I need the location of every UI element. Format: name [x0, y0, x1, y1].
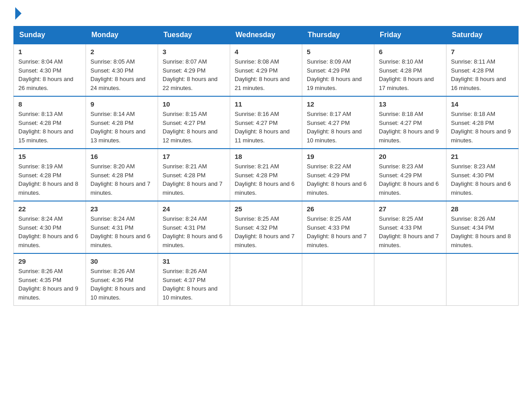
calendar-day-cell: 29Sunrise: 8:26 AMSunset: 4:35 PMDayligh… [14, 253, 86, 306]
day-info: Sunrise: 8:11 AMSunset: 4:28 PMDaylight:… [451, 57, 514, 92]
day-number: 18 [235, 153, 297, 160]
day-info: Sunrise: 8:25 AMSunset: 4:32 PMDaylight:… [235, 214, 297, 249]
day-number: 14 [451, 100, 514, 108]
calendar-day-cell: 6Sunrise: 8:10 AMSunset: 4:28 PMDaylight… [374, 44, 446, 96]
calendar-day-cell: 11Sunrise: 8:16 AMSunset: 4:27 PMDayligh… [230, 96, 302, 149]
day-info: Sunrise: 8:21 AMSunset: 4:28 PMDaylight:… [163, 162, 225, 197]
day-info: Sunrise: 8:08 AMSunset: 4:29 PMDaylight:… [235, 57, 297, 92]
weekday-header-friday: Friday [374, 26, 446, 44]
calendar-day-cell: 25Sunrise: 8:25 AMSunset: 4:32 PMDayligh… [230, 201, 302, 253]
day-info: Sunrise: 8:21 AMSunset: 4:28 PMDaylight:… [235, 162, 297, 197]
day-number: 28 [451, 205, 514, 213]
day-number: 27 [379, 205, 442, 213]
weekday-header-thursday: Thursday [302, 26, 374, 44]
weekday-header-saturday: Saturday [446, 26, 519, 44]
day-number: 17 [163, 153, 225, 160]
day-info: Sunrise: 8:07 AMSunset: 4:29 PMDaylight:… [163, 57, 225, 92]
day-number: 26 [307, 205, 369, 213]
calendar-day-cell: 14Sunrise: 8:18 AMSunset: 4:28 PMDayligh… [446, 96, 519, 149]
day-number: 23 [90, 205, 153, 213]
day-number: 20 [379, 153, 442, 160]
day-number: 15 [18, 153, 81, 160]
calendar-day-cell: 10Sunrise: 8:15 AMSunset: 4:27 PMDayligh… [158, 96, 230, 149]
calendar-day-cell: 5Sunrise: 8:09 AMSunset: 4:29 PMDaylight… [302, 44, 374, 96]
day-info: Sunrise: 8:18 AMSunset: 4:28 PMDaylight:… [451, 110, 514, 145]
day-info: Sunrise: 8:04 AMSunset: 4:30 PMDaylight:… [18, 57, 81, 92]
day-info: Sunrise: 8:24 AMSunset: 4:30 PMDaylight:… [18, 214, 81, 249]
empty-cell [230, 253, 302, 306]
day-info: Sunrise: 8:15 AMSunset: 4:27 PMDaylight:… [163, 110, 225, 145]
day-number: 4 [235, 48, 297, 56]
calendar-day-cell: 23Sunrise: 8:24 AMSunset: 4:31 PMDayligh… [86, 201, 158, 253]
day-info: Sunrise: 8:26 AMSunset: 4:37 PMDaylight:… [163, 267, 225, 302]
calendar-day-cell: 30Sunrise: 8:26 AMSunset: 4:36 PMDayligh… [86, 253, 158, 306]
empty-cell [302, 253, 374, 306]
day-info: Sunrise: 8:23 AMSunset: 4:29 PMDaylight:… [379, 162, 442, 197]
calendar-day-cell: 20Sunrise: 8:23 AMSunset: 4:29 PMDayligh… [374, 149, 446, 201]
day-info: Sunrise: 8:14 AMSunset: 4:28 PMDaylight:… [90, 110, 153, 145]
weekday-header-sunday: Sunday [14, 26, 86, 44]
day-number: 7 [451, 48, 514, 56]
day-number: 21 [451, 153, 514, 160]
calendar-day-cell: 4Sunrise: 8:08 AMSunset: 4:29 PMDaylight… [230, 44, 302, 96]
day-info: Sunrise: 8:25 AMSunset: 4:33 PMDaylight:… [379, 214, 442, 249]
empty-cell [446, 253, 519, 306]
day-number: 3 [163, 48, 225, 56]
calendar-day-cell: 28Sunrise: 8:26 AMSunset: 4:34 PMDayligh… [446, 201, 519, 253]
day-info: Sunrise: 8:16 AMSunset: 4:27 PMDaylight:… [235, 110, 297, 145]
calendar-day-cell: 3Sunrise: 8:07 AMSunset: 4:29 PMDaylight… [158, 44, 230, 96]
day-info: Sunrise: 8:19 AMSunset: 4:28 PMDaylight:… [18, 162, 81, 197]
page-header [13, 9, 519, 17]
day-number: 6 [379, 48, 442, 56]
logo [13, 9, 21, 17]
calendar-day-cell: 24Sunrise: 8:24 AMSunset: 4:31 PMDayligh… [158, 201, 230, 253]
calendar-week-row: 1Sunrise: 8:04 AMSunset: 4:30 PMDaylight… [14, 44, 519, 96]
day-info: Sunrise: 8:10 AMSunset: 4:28 PMDaylight:… [379, 57, 442, 92]
weekday-header-row: SundayMondayTuesdayWednesdayThursdayFrid… [14, 26, 519, 44]
day-number: 19 [307, 153, 369, 160]
day-number: 13 [379, 100, 442, 108]
day-number: 31 [163, 257, 225, 265]
day-number: 9 [90, 100, 153, 108]
day-number: 2 [90, 48, 153, 56]
day-info: Sunrise: 8:20 AMSunset: 4:28 PMDaylight:… [90, 162, 153, 197]
day-info: Sunrise: 8:13 AMSunset: 4:28 PMDaylight:… [18, 110, 81, 145]
day-info: Sunrise: 8:25 AMSunset: 4:33 PMDaylight:… [307, 214, 369, 249]
weekday-header-monday: Monday [86, 26, 158, 44]
day-info: Sunrise: 8:24 AMSunset: 4:31 PMDaylight:… [90, 214, 153, 249]
calendar-day-cell: 16Sunrise: 8:20 AMSunset: 4:28 PMDayligh… [86, 149, 158, 201]
calendar-day-cell: 27Sunrise: 8:25 AMSunset: 4:33 PMDayligh… [374, 201, 446, 253]
calendar-day-cell: 15Sunrise: 8:19 AMSunset: 4:28 PMDayligh… [14, 149, 86, 201]
day-info: Sunrise: 8:17 AMSunset: 4:27 PMDaylight:… [307, 110, 369, 145]
calendar-week-row: 29Sunrise: 8:26 AMSunset: 4:35 PMDayligh… [14, 253, 519, 306]
day-number: 12 [307, 100, 369, 108]
day-number: 1 [18, 48, 81, 56]
day-number: 5 [307, 48, 369, 56]
day-number: 8 [18, 100, 81, 108]
day-number: 11 [235, 100, 297, 108]
day-number: 24 [163, 205, 225, 213]
day-number: 10 [163, 100, 225, 108]
calendar-day-cell: 13Sunrise: 8:18 AMSunset: 4:27 PMDayligh… [374, 96, 446, 149]
calendar-week-row: 22Sunrise: 8:24 AMSunset: 4:30 PMDayligh… [14, 201, 519, 253]
calendar-day-cell: 26Sunrise: 8:25 AMSunset: 4:33 PMDayligh… [302, 201, 374, 253]
calendar-day-cell: 19Sunrise: 8:22 AMSunset: 4:29 PMDayligh… [302, 149, 374, 201]
calendar-day-cell: 9Sunrise: 8:14 AMSunset: 4:28 PMDaylight… [86, 96, 158, 149]
day-info: Sunrise: 8:23 AMSunset: 4:30 PMDaylight:… [451, 162, 514, 197]
day-number: 30 [90, 257, 153, 265]
day-info: Sunrise: 8:26 AMSunset: 4:34 PMDaylight:… [451, 214, 514, 249]
day-info: Sunrise: 8:18 AMSunset: 4:27 PMDaylight:… [379, 110, 442, 145]
calendar-day-cell: 7Sunrise: 8:11 AMSunset: 4:28 PMDaylight… [446, 44, 519, 96]
day-info: Sunrise: 8:24 AMSunset: 4:31 PMDaylight:… [163, 214, 225, 249]
calendar-week-row: 8Sunrise: 8:13 AMSunset: 4:28 PMDaylight… [14, 96, 519, 149]
empty-cell [374, 253, 446, 306]
calendar-day-cell: 22Sunrise: 8:24 AMSunset: 4:30 PMDayligh… [14, 201, 86, 253]
calendar-day-cell: 17Sunrise: 8:21 AMSunset: 4:28 PMDayligh… [158, 149, 230, 201]
day-number: 22 [18, 205, 81, 213]
day-number: 29 [18, 257, 81, 265]
calendar-day-cell: 31Sunrise: 8:26 AMSunset: 4:37 PMDayligh… [158, 253, 230, 306]
day-info: Sunrise: 8:09 AMSunset: 4:29 PMDaylight:… [307, 57, 369, 92]
day-number: 16 [90, 153, 153, 160]
day-info: Sunrise: 8:05 AMSunset: 4:30 PMDaylight:… [90, 57, 153, 92]
weekday-header-tuesday: Tuesday [158, 26, 230, 44]
